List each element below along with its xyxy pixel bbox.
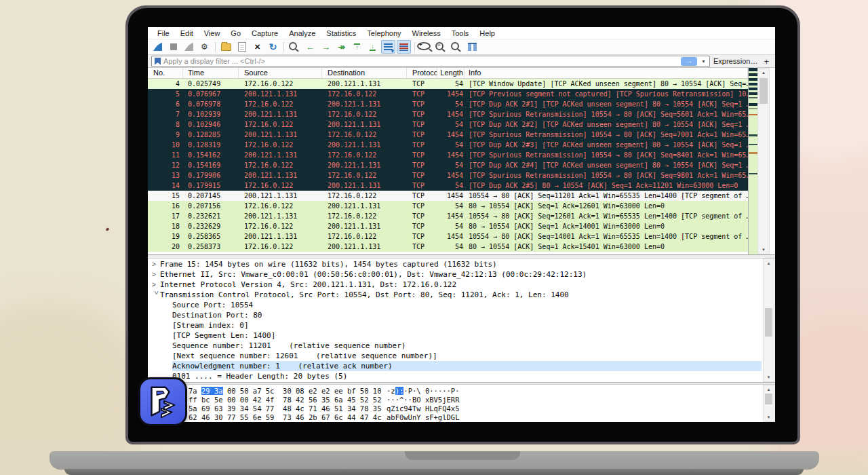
zoom-out-icon[interactable] bbox=[434, 40, 448, 54]
packet-row[interactable]: 140.179915172.16.0.122200.121.1.131TCP54… bbox=[148, 180, 748, 191]
capture-restart-icon[interactable] bbox=[182, 40, 196, 54]
bookmark-icon[interactable] bbox=[155, 58, 161, 65]
scroll-up-icon[interactable]: ▲ bbox=[764, 260, 774, 267]
hex-row[interactable]: 62 46 30 77 55 6e 59 73 46 2b 67 6c 44 4… bbox=[148, 413, 762, 422]
expand-icon[interactable]: > bbox=[152, 269, 160, 280]
menu-capture[interactable]: Capture bbox=[246, 28, 283, 37]
add-filter-button[interactable]: + bbox=[761, 56, 772, 66]
go-back-icon[interactable]: ← bbox=[303, 40, 317, 54]
display-filter-input[interactable]: Apply a display filter ... <Ctrl-/> → ▼ bbox=[151, 56, 710, 67]
pcc-logo-icon bbox=[142, 381, 184, 423]
hex-row[interactable]: 7a 29 3a 00 50 a7 5c 30 08 e2 e2 ee bf 5… bbox=[148, 387, 762, 396]
detail-row[interactable]: >Ethernet II, Src: Vmware_c0:00:01 (00:5… bbox=[152, 269, 762, 280]
column-header-no[interactable]: No. bbox=[148, 68, 183, 78]
zoom-reset-icon[interactable] bbox=[450, 40, 464, 54]
detail-row[interactable]: Acknowledgment number: 1 (relative ack n… bbox=[172, 361, 762, 371]
packet-minimap[interactable] bbox=[748, 68, 757, 254]
capture-stop-icon[interactable] bbox=[166, 40, 180, 54]
filter-dropdown-caret-icon[interactable]: ▼ bbox=[701, 59, 706, 64]
reload-icon[interactable]: ↻ bbox=[266, 40, 280, 54]
go-first-icon[interactable]: ↑ bbox=[350, 40, 364, 54]
scroll-down-icon[interactable]: ▼ bbox=[764, 374, 774, 381]
auto-scroll-icon[interactable] bbox=[381, 40, 395, 54]
menu-file[interactable]: File bbox=[152, 28, 175, 37]
expand-icon[interactable]: > bbox=[152, 280, 160, 290]
detail-row[interactable]: [TCP Segment Len: 1400] bbox=[172, 330, 762, 341]
packet-row[interactable]: 70.102939200.121.1.131172.16.0.122TCP145… bbox=[148, 109, 748, 119]
menu-tools[interactable]: Tools bbox=[446, 28, 475, 37]
detail-row[interactable]: Source Port: 10554 bbox=[172, 300, 762, 310]
packet-row[interactable]: 180.232629172.16.0.122200.121.1.131TCP54… bbox=[148, 221, 748, 231]
hex-scrollbar[interactable]: ▲ ▼ bbox=[763, 385, 774, 422]
packet-row[interactable]: 60.076978172.16.0.122200.121.1.131TCP54[… bbox=[148, 99, 748, 109]
scroll-down-icon[interactable]: ▼ bbox=[758, 246, 769, 253]
cell-dst: 200.121.1.131 bbox=[322, 119, 407, 130]
packet-row[interactable]: 90.128285200.121.1.131172.16.0.122TCP145… bbox=[148, 130, 748, 140]
detail-row[interactable]: 0101 .... = Header Length: 20 bytes (5) bbox=[172, 371, 762, 381]
hex-row[interactable]: 5a 69 63 39 34 54 77 48 4c 71 46 51 34 7… bbox=[148, 404, 762, 413]
packet-row[interactable]: 100.128319172.16.0.122200.121.1.131TCP54… bbox=[148, 140, 748, 150]
column-header-info[interactable]: Info bbox=[465, 68, 748, 78]
hex-row[interactable]: ff bc 5e 00 00 42 4f 78 42 56 35 6a 45 5… bbox=[148, 396, 762, 404]
magnifier-icon bbox=[289, 42, 297, 50]
scrollbar-thumb[interactable] bbox=[760, 78, 768, 104]
detail-row[interactable]: [Next sequence number: 12601 (relative s… bbox=[172, 351, 762, 361]
go-last-icon[interactable]: ↓ bbox=[366, 40, 380, 54]
find-packet-icon[interactable] bbox=[288, 40, 302, 54]
menu-telephony[interactable]: Telephony bbox=[361, 28, 406, 37]
scroll-up-icon[interactable]: ▲ bbox=[758, 69, 769, 76]
cell-src: 200.121.1.131 bbox=[239, 109, 322, 119]
cell-no: 8 bbox=[148, 119, 183, 130]
detail-row[interactable]: >Internet Protocol Version 4, Src: 200.1… bbox=[152, 280, 762, 290]
packet-row[interactable]: 40.025749172.16.0.122200.121.1.131TCP54[… bbox=[148, 79, 748, 89]
packet-row[interactable]: 160.207156172.16.0.122200.121.1.131TCP54… bbox=[148, 201, 748, 211]
zoom-in-icon[interactable] bbox=[418, 40, 433, 54]
resize-columns-icon[interactable] bbox=[465, 40, 479, 54]
packet-row[interactable]: 120.154169172.16.0.122200.121.1.131TCP54… bbox=[148, 160, 748, 170]
close-file-icon[interactable]: ✕ bbox=[250, 40, 264, 54]
menu-edit[interactable]: Edit bbox=[175, 28, 199, 37]
column-header-len[interactable]: Length bbox=[437, 68, 465, 78]
scrollbar-thumb[interactable] bbox=[765, 308, 772, 337]
packet-row[interactable]: 80.102946172.16.0.122200.121.1.131TCP54[… bbox=[148, 119, 748, 130]
colorize-icon[interactable] bbox=[397, 40, 411, 54]
menu-view[interactable]: View bbox=[199, 28, 226, 37]
detail-row[interactable]: [Stream index: 0] bbox=[172, 320, 762, 330]
scroll-down-icon[interactable]: ▼ bbox=[764, 414, 774, 421]
open-file-icon[interactable] bbox=[219, 40, 233, 54]
detail-row[interactable]: >Transmission Control Protocol, Src Port… bbox=[152, 290, 762, 300]
expression-button[interactable]: Expression… bbox=[713, 57, 757, 65]
packet-row[interactable]: 50.076967200.121.1.131172.16.0.122TCP145… bbox=[148, 89, 748, 99]
column-header-time[interactable]: Time bbox=[183, 68, 239, 78]
go-to-packet-icon[interactable]: ↠ bbox=[334, 40, 349, 54]
packet-row[interactable]: 170.232621200.121.1.131172.16.0.122TCP14… bbox=[148, 211, 748, 221]
menu-statistics[interactable]: Statistics bbox=[321, 28, 361, 37]
detail-row[interactable]: >Frame 15: 1454 bytes on wire (11632 bit… bbox=[152, 259, 762, 269]
capture-start-icon[interactable] bbox=[151, 40, 165, 54]
detail-row[interactable]: Destination Port: 80 bbox=[172, 310, 762, 320]
apply-filter-button[interactable]: → bbox=[681, 57, 697, 66]
cell-proto: TCP bbox=[407, 221, 437, 231]
packet-list-scrollbar[interactable]: ▲ ▼ bbox=[757, 68, 770, 254]
scroll-up-icon[interactable]: ▲ bbox=[764, 386, 774, 393]
scrollbar-thumb[interactable] bbox=[765, 394, 772, 404]
column-header-src[interactable]: Source bbox=[239, 68, 322, 78]
packet-row[interactable]: 150.207145200.121.1.131172.16.0.122TCP14… bbox=[148, 191, 748, 201]
column-header-proto[interactable]: Protocol bbox=[407, 68, 437, 78]
menu-help[interactable]: Help bbox=[474, 28, 500, 37]
menu-go[interactable]: Go bbox=[225, 28, 246, 37]
capture-options-icon[interactable]: ⚙ bbox=[197, 40, 212, 54]
save-file-icon[interactable] bbox=[235, 40, 249, 54]
menu-analyze[interactable]: Analyze bbox=[283, 28, 321, 37]
column-header-dst[interactable]: Destination bbox=[322, 68, 407, 78]
packet-row[interactable]: 200.258373172.16.0.122200.121.1.131TCP54… bbox=[148, 242, 748, 252]
packet-row[interactable]: 130.179906200.121.1.131172.16.0.122TCP14… bbox=[148, 170, 748, 180]
go-forward-icon[interactable]: → bbox=[319, 40, 333, 54]
collapse-icon[interactable]: > bbox=[151, 291, 161, 299]
packet-row[interactable]: 190.258365200.121.1.131172.16.0.122TCP14… bbox=[148, 231, 748, 242]
expand-icon[interactable]: > bbox=[152, 259, 160, 269]
packet-row[interactable]: 110.154162200.121.1.131172.16.0.122TCP14… bbox=[148, 150, 748, 160]
detail-row[interactable]: Sequence number: 11201 (relative sequenc… bbox=[172, 341, 762, 351]
details-scrollbar[interactable]: ▲ ▼ bbox=[763, 259, 774, 382]
menu-wireless[interactable]: Wireless bbox=[407, 28, 446, 37]
